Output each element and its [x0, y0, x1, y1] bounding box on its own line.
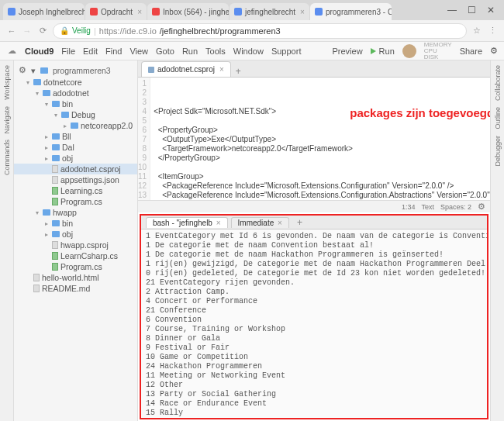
folder-icon	[52, 231, 60, 237]
code-editor[interactable]: 1 2 3 4 5 6 7 8 9 10 11 12 13 14 15 16 p…	[138, 78, 490, 200]
window-maximize-icon[interactable]: ☐	[468, 5, 476, 16]
tree-node[interactable]: ▾Debug	[14, 109, 137, 120]
rail-debugger[interactable]: Debugger	[494, 136, 502, 167]
rail-collaborate[interactable]: Collaborate	[494, 65, 502, 101]
tree-node[interactable]: Program.cs	[14, 261, 137, 272]
tree-node[interactable]: ▾bin	[14, 98, 137, 109]
tree-node[interactable]: hwapp.csproj	[14, 240, 137, 250]
tree-label: adodotnet	[53, 88, 89, 98]
browser-tab-active[interactable]: programmeren3 - C×	[310, 3, 392, 20]
reload-icon[interactable]: ⟳	[37, 26, 48, 36]
gear-icon[interactable]: ⚙	[478, 202, 485, 212]
tree-node[interactable]: ▸bin	[14, 218, 137, 229]
tree-node[interactable]: ▸netcoreapp2.0	[14, 120, 137, 131]
url-input[interactable]: 🔒 Veilig | https://ide.c9.io/jefinghelbr…	[53, 23, 467, 39]
menu-icon[interactable]: ⋮	[487, 26, 498, 36]
file-icon	[52, 241, 58, 249]
browser-tab[interactable]: Inbox (564) - jinghe×	[147, 3, 229, 20]
tree-label: hwapp	[53, 208, 77, 217]
tree-node[interactable]: ▾adodotnet	[14, 88, 137, 98]
close-icon[interactable]: ×	[137, 8, 142, 16]
file-icon	[52, 176, 58, 184]
menu-tools[interactable]: Tools	[205, 47, 226, 56]
add-tab-icon[interactable]: +	[236, 66, 241, 77]
menu-file[interactable]: File	[61, 47, 75, 56]
folder-icon	[61, 112, 69, 118]
close-icon[interactable]: ×	[219, 65, 224, 74]
annotation-label: packages zijn toegevoegd	[350, 109, 490, 118]
tree-node[interactable]: ▾hwapp	[14, 207, 137, 218]
forward-icon[interactable]: →	[22, 26, 33, 36]
menu-view[interactable]: View	[129, 47, 148, 56]
back-icon[interactable]: ←	[6, 26, 17, 36]
window-close-icon[interactable]: ✕	[487, 5, 495, 16]
run-button[interactable]: Run	[371, 47, 395, 56]
folder-icon	[52, 220, 60, 226]
folder-icon	[33, 79, 41, 85]
tree-node[interactable]: appsettings.json	[14, 174, 137, 185]
menu-support[interactable]: Support	[271, 47, 302, 56]
indent-setting[interactable]: Spaces: 2	[440, 203, 471, 211]
rail-navigate[interactable]: Navigate	[3, 106, 11, 134]
address-bar: ← → ⟳ 🔒 Veilig | https://ide.c9.io/jefin…	[0, 20, 504, 42]
close-icon[interactable]: ×	[300, 8, 305, 16]
tree-node[interactable]: ▸obj	[14, 153, 137, 164]
tree-label: hello-world.html	[42, 273, 99, 282]
folder-icon	[52, 144, 60, 150]
add-tab-icon[interactable]: +	[297, 217, 302, 228]
rail-workspace[interactable]: Workspace	[3, 65, 11, 100]
tree-node[interactable]: ▸Bll	[14, 131, 137, 142]
folder-icon	[40, 67, 48, 74]
window-minimize-icon[interactable]: —	[447, 5, 457, 16]
tree-label: obj	[62, 229, 73, 239]
browser-tab[interactable]: Joseph Inghelbrecht×	[3, 3, 85, 20]
tree-label: adodotnet.csproj	[60, 164, 121, 174]
menu-window[interactable]: Window	[233, 47, 264, 56]
menu-find[interactable]: Find	[105, 47, 122, 56]
tree-label: Program.cs	[60, 197, 102, 206]
tree-node[interactable]: ▸Dal	[14, 142, 137, 153]
secure-label: Veilig	[72, 26, 91, 35]
browser-tab-strip: Joseph Inghelbrecht× Opdracht× Inbox (56…	[0, 0, 504, 20]
tree-node[interactable]: README.md	[14, 283, 137, 294]
browser-tab[interactable]: jefinghelbrecht×	[230, 3, 309, 20]
tree-node[interactable]: adodotnet.csproj	[14, 164, 137, 174]
file-icon	[33, 274, 40, 281]
syntax-mode[interactable]: Text	[421, 203, 434, 211]
gear-icon[interactable]: ⚙	[490, 46, 498, 56]
rail-outline[interactable]: Outline	[494, 107, 502, 129]
cloud-icon[interactable]: ☁	[6, 46, 17, 56]
tree-label: appsettings.json	[60, 175, 119, 185]
file-icon	[52, 252, 58, 260]
tree-gear-icon[interactable]: ⚙	[19, 65, 26, 75]
tree-label: Learning.cs	[60, 186, 102, 195]
menu-edit[interactable]: Edit	[83, 47, 98, 56]
tree-root[interactable]: programmeren3	[53, 66, 111, 75]
console-output[interactable]: 1 EventCategory met Id 6 is gevonden. De…	[141, 229, 487, 418]
rail-commands[interactable]: Commands	[3, 140, 11, 175]
close-icon[interactable]: ×	[216, 219, 221, 227]
file-icon	[33, 285, 40, 292]
close-icon[interactable]: ×	[278, 219, 282, 227]
menu-run[interactable]: Run	[182, 47, 198, 56]
preview-button[interactable]: Preview	[332, 47, 362, 56]
folder-icon	[52, 101, 60, 107]
editor-tab[interactable]: adodotnet.csproj ×	[141, 61, 231, 77]
console-tab-bash[interactable]: bash - "jefinghelb ×	[146, 217, 228, 228]
console-tab-immediate[interactable]: Immediate ×	[231, 217, 289, 228]
browser-tab[interactable]: Opdracht×	[85, 3, 147, 20]
tree-node[interactable]: ▸obj	[14, 229, 137, 240]
tree-node[interactable]: LearnCsharp.cs	[14, 250, 137, 261]
menu-goto[interactable]: Goto	[156, 47, 174, 56]
star-icon[interactable]: ☆	[471, 26, 482, 36]
tree-node[interactable]: hello-world.html	[14, 272, 137, 283]
editor-status-bar: 1:34 Text Spaces: 2 ⚙	[138, 200, 490, 212]
tree-node[interactable]: Program.cs	[14, 196, 137, 207]
file-icon	[52, 165, 58, 173]
tree-node[interactable]: ▾dotnetcore	[14, 77, 137, 88]
share-button[interactable]: Share	[460, 47, 482, 56]
avatar[interactable]	[402, 44, 416, 58]
folder-icon	[43, 90, 50, 96]
tree-node[interactable]: Learning.cs	[14, 185, 137, 196]
file-icon	[52, 198, 58, 205]
